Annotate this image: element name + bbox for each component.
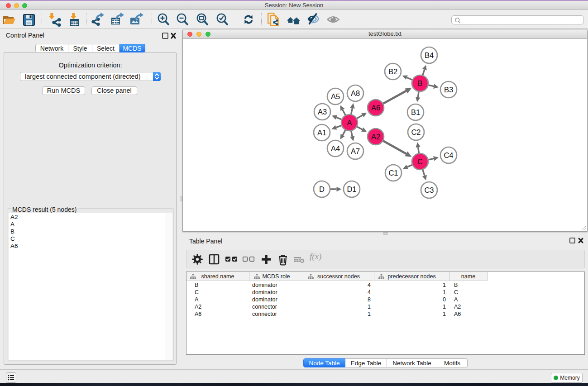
svg-text:B1: B1 — [411, 108, 420, 116]
svg-text:D1: D1 — [347, 185, 356, 193]
svg-text:C1: C1 — [388, 169, 398, 177]
svg-text:C3: C3 — [424, 186, 434, 194]
svg-text:B4: B4 — [425, 51, 434, 59]
svg-text:A5: A5 — [331, 92, 340, 100]
svg-text:D: D — [319, 185, 325, 193]
svg-text:C4: C4 — [444, 151, 453, 159]
svg-text:A2: A2 — [371, 133, 380, 141]
svg-text:B2: B2 — [388, 67, 397, 76]
svg-text:A7: A7 — [351, 147, 360, 155]
svg-text:C2: C2 — [411, 128, 421, 136]
svg-text:A8: A8 — [351, 89, 360, 97]
svg-text:A1: A1 — [317, 129, 326, 137]
svg-text:B3: B3 — [444, 86, 453, 94]
svg-text:A3: A3 — [318, 108, 327, 116]
svg-text:A6: A6 — [371, 104, 380, 112]
svg-text:B: B — [417, 79, 422, 87]
svg-text:A4: A4 — [331, 144, 340, 152]
svg-text:C: C — [417, 157, 423, 166]
svg-text:A: A — [347, 119, 352, 127]
